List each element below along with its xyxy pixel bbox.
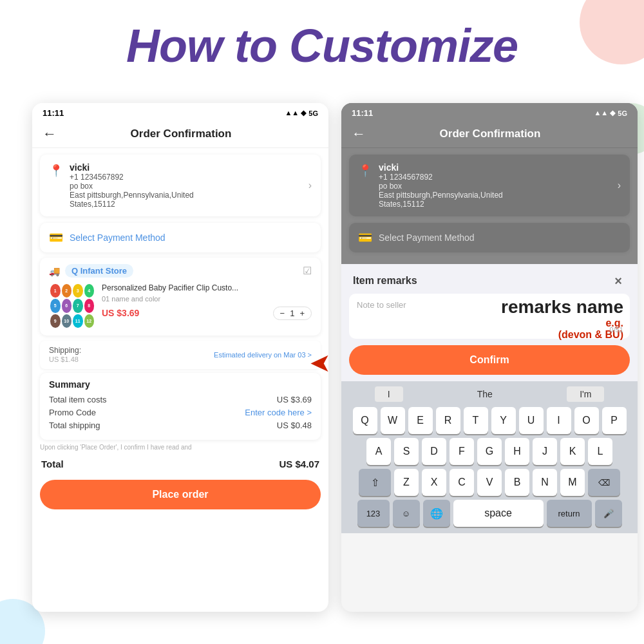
address-arrow-right[interactable]: › <box>618 180 621 191</box>
phone-left: 11:11 ▲▲ ◆ 5G ← Order Confirmation 📍 vic… <box>32 103 328 612</box>
address-phone-right: +1 1234567892 <box>379 173 611 182</box>
key-b[interactable]: B <box>505 469 529 496</box>
key-z[interactable]: Z <box>394 469 419 496</box>
address-line2-right: East pittsburgh,Pennsylvania,United <box>379 191 611 200</box>
key-delete[interactable]: ⌫ <box>588 469 620 496</box>
payment-icon-left: 💳 <box>49 231 63 245</box>
key-s[interactable]: S <box>394 438 419 465</box>
back-button-right[interactable]: ← <box>352 126 366 142</box>
nav-bar-right: ← Order Confirmation <box>341 120 638 148</box>
remarks-close-button[interactable]: × <box>611 273 626 289</box>
key-f[interactable]: F <box>450 438 474 465</box>
nav-bar-left: ← Order Confirmation <box>32 120 328 148</box>
key-e[interactable]: E <box>408 407 433 434</box>
promo-val[interactable]: Enter code here > <box>245 408 312 417</box>
key-g[interactable]: G <box>477 438 502 465</box>
key-o[interactable]: O <box>574 407 599 434</box>
product-qty-left[interactable]: − 1 + <box>273 307 312 320</box>
summary-section-left: Summary Total item costs US $3.69 Promo … <box>40 373 321 440</box>
back-button-left[interactable]: ← <box>43 126 57 142</box>
address-line3-left: States,15112 <box>70 200 302 209</box>
key-k[interactable]: K <box>560 438 585 465</box>
keyboard-bottom-row: 123 ☺ 🌐 space return 🎤 <box>344 500 635 527</box>
payment-card-right[interactable]: 💳 Select Payment Method <box>349 223 630 252</box>
items-label: Total item costs <box>49 395 107 404</box>
key-j[interactable]: J <box>533 438 557 465</box>
key-h[interactable]: H <box>505 438 529 465</box>
place-order-button[interactable]: Place order <box>40 480 321 509</box>
key-d[interactable]: D <box>422 438 446 465</box>
keyboard-row-2: ASDFGHJKL <box>344 438 635 465</box>
product-image-left: 123456789101112 <box>49 283 95 329</box>
payment-text-left: Select Payment Method <box>70 232 312 243</box>
address-card-left: 📍 vicki +1 1234567892 po box East pittsb… <box>40 155 321 216</box>
summary-items-row: Total item costs US $3.69 <box>49 395 312 404</box>
address-name-right: vicki <box>379 162 611 173</box>
total-val-left: US $4.07 <box>279 459 319 469</box>
key-w[interactable]: W <box>381 407 405 434</box>
key-shift[interactable]: ⇧ <box>359 469 391 496</box>
status-icons-left: ▲▲ ◆ 5G <box>285 109 318 117</box>
key-l[interactable]: L <box>588 438 612 465</box>
key-u[interactable]: U <box>519 407 544 434</box>
total-shipping-val: US $0.48 <box>277 421 312 430</box>
payment-icon-right: 💳 <box>358 231 372 245</box>
key-m[interactable]: M <box>560 469 585 496</box>
product-price-left: US $3.69 <box>102 308 139 318</box>
key-c[interactable]: C <box>450 469 474 496</box>
total-shipping-label: Total shipping <box>49 421 100 430</box>
time-left: 11:11 <box>43 108 64 118</box>
key-n[interactable]: N <box>533 469 557 496</box>
key-globe[interactable]: 🌐 <box>423 500 450 527</box>
items-val: US $3.69 <box>277 395 312 404</box>
address-line1-left: po box <box>70 182 302 191</box>
key-emoji[interactable]: ☺ <box>393 500 420 527</box>
key-p[interactable]: P <box>602 407 627 434</box>
key-space[interactable]: space <box>453 500 544 527</box>
remarks-modal-area: Item remarks × Note to seller remarks na… <box>341 264 638 533</box>
key-a[interactable]: A <box>366 438 391 465</box>
suggestion-the[interactable]: The <box>464 386 506 402</box>
key-mic[interactable]: 🎤 <box>595 500 622 527</box>
key-v[interactable]: V <box>477 469 502 496</box>
store-section-left: 🚚 Q Infant Store ☑ 123456789101112 Perso… <box>40 258 321 336</box>
remarks-counter: 0/51 <box>610 326 623 334</box>
key-y[interactable]: Y <box>491 407 516 434</box>
product-title-left: Personalized Baby Pacifier Clip Custo... <box>102 283 312 294</box>
time-right: 11:11 <box>352 108 373 118</box>
address-line2-left: East pittsburgh,Pennsylvania,United <box>70 191 302 200</box>
key-x[interactable]: X <box>422 469 446 496</box>
suggestion-i[interactable]: I <box>375 386 403 402</box>
store-checkbox-left[interactable]: ☑ <box>303 265 312 277</box>
key-return[interactable]: return <box>547 500 592 527</box>
promo-label: Promo Code <box>49 408 96 417</box>
disclaimer-left: Upon clicking 'Place Order', I confirm I… <box>40 444 321 451</box>
address-arrow-left[interactable]: › <box>308 180 312 191</box>
payment-card-left[interactable]: 💳 Select Payment Method <box>40 223 321 252</box>
confirm-button[interactable]: Confirm <box>349 345 630 375</box>
address-name-left: vicki <box>70 162 302 173</box>
phone-right: 11:11 ▲▲ ◆ 5G ← Order Confirmation 📍 vic… <box>341 103 638 612</box>
remarks-example-text: (devon & BU) <box>501 329 623 341</box>
key-i[interactable]: I <box>547 407 571 434</box>
page-title: How to Customize <box>0 19 644 72</box>
arrow-decoration: ➤ <box>309 348 331 377</box>
remarks-textarea-wrapper[interactable]: Note to seller remarks name e.g. (devon … <box>349 294 630 339</box>
key-t[interactable]: T <box>464 407 488 434</box>
status-icons-right: ▲▲ ◆ 5G <box>594 109 627 117</box>
product-row-left: 123456789101112 Personalized Baby Pacifi… <box>49 283 312 329</box>
address-phone-left: +1 1234567892 <box>70 173 302 182</box>
summary-shipping-row: Total shipping US $0.48 <box>49 421 312 430</box>
key-r[interactable]: R <box>436 407 460 434</box>
total-row-left: Total US $4.07 <box>32 453 328 475</box>
suggestion-im[interactable]: I'm <box>567 386 604 402</box>
remarks-name-big: remarks name <box>501 297 623 317</box>
remarks-overlay: remarks name e.g. (devon & BU) <box>501 297 623 341</box>
address-card-right: 📍 vicki +1 1234567892 po box East pittsb… <box>349 155 630 216</box>
location-icon-right: 📍 <box>358 164 372 178</box>
key-123[interactable]: 123 <box>357 500 390 527</box>
product-variant-left: 01 name and color <box>102 295 312 303</box>
key-q[interactable]: Q <box>353 407 377 434</box>
shipping-label-left: Shipping: US $1.48 <box>49 346 81 364</box>
address-line3-right: States,15112 <box>379 200 611 209</box>
